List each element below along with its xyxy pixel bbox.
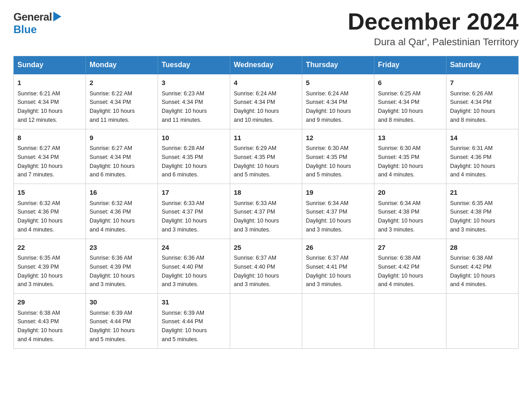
day-info: Sunrise: 6:38 AM Sunset: 4:43 PM Dayligh… (17, 310, 63, 342)
calendar-cell: 20Sunrise: 6:34 AM Sunset: 4:38 PM Dayli… (374, 184, 446, 239)
day-number: 3 (162, 78, 226, 88)
day-number: 29 (17, 297, 82, 308)
day-info: Sunrise: 6:35 AM Sunset: 4:38 PM Dayligh… (450, 200, 495, 233)
calendar-cell: 25Sunrise: 6:37 AM Sunset: 4:40 PM Dayli… (230, 239, 302, 294)
day-info: Sunrise: 6:32 AM Sunset: 4:36 PM Dayligh… (90, 200, 135, 233)
day-info: Sunrise: 6:39 AM Sunset: 4:44 PM Dayligh… (90, 310, 135, 342)
day-info: Sunrise: 6:27 AM Sunset: 4:34 PM Dayligh… (17, 145, 63, 178)
location-title: Dura al Qar', Palestinian Territory (348, 36, 519, 48)
calendar-cell: 27Sunrise: 6:38 AM Sunset: 4:42 PM Dayli… (374, 239, 446, 294)
calendar-cell: 30Sunrise: 6:39 AM Sunset: 4:44 PM Dayli… (86, 294, 158, 349)
day-info: Sunrise: 6:29 AM Sunset: 4:35 PM Dayligh… (234, 145, 279, 178)
calendar-cell: 12Sunrise: 6:30 AM Sunset: 4:35 PM Dayli… (302, 129, 374, 184)
day-number: 22 (17, 243, 82, 253)
day-number: 25 (234, 243, 298, 253)
calendar-table: SundayMondayTuesdayWednesdayThursdayFrid… (13, 56, 519, 349)
day-info: Sunrise: 6:34 AM Sunset: 4:38 PM Dayligh… (378, 200, 423, 233)
logo-general-text: General (13, 11, 52, 23)
day-info: Sunrise: 6:24 AM Sunset: 4:34 PM Dayligh… (306, 90, 351, 123)
calendar-cell: 8Sunrise: 6:27 AM Sunset: 4:34 PM Daylig… (14, 129, 86, 184)
day-number: 31 (162, 297, 226, 308)
calendar-cell: 16Sunrise: 6:32 AM Sunset: 4:36 PM Dayli… (86, 184, 158, 239)
day-number: 2 (90, 78, 154, 88)
calendar-week-5: 29Sunrise: 6:38 AM Sunset: 4:43 PM Dayli… (14, 294, 519, 349)
day-info: Sunrise: 6:23 AM Sunset: 4:34 PM Dayligh… (162, 90, 207, 123)
day-number: 21 (450, 188, 515, 198)
calendar-cell: 4Sunrise: 6:24 AM Sunset: 4:34 PM Daylig… (230, 74, 302, 129)
calendar-cell (374, 294, 446, 349)
day-number: 30 (90, 297, 154, 308)
calendar-header-friday: Friday (374, 56, 446, 74)
calendar-cell: 3Sunrise: 6:23 AM Sunset: 4:34 PM Daylig… (158, 74, 230, 129)
page-header: General Blue December 2024 Dura al Qar',… (13, 9, 519, 48)
day-info: Sunrise: 6:36 AM Sunset: 4:39 PM Dayligh… (90, 255, 135, 287)
calendar-cell: 1Sunrise: 6:21 AM Sunset: 4:34 PM Daylig… (14, 74, 86, 129)
day-number: 14 (450, 133, 515, 143)
day-number: 6 (378, 78, 442, 88)
svg-marker-0 (53, 12, 61, 21)
day-number: 11 (234, 133, 298, 143)
day-info: Sunrise: 6:21 AM Sunset: 4:34 PM Dayligh… (17, 90, 63, 123)
day-info: Sunrise: 6:37 AM Sunset: 4:40 PM Dayligh… (234, 255, 279, 287)
month-title: December 2024 (348, 9, 519, 34)
calendar-header-tuesday: Tuesday (158, 56, 230, 74)
day-number: 17 (162, 188, 226, 198)
calendar-week-4: 22Sunrise: 6:35 AM Sunset: 4:39 PM Dayli… (14, 239, 519, 294)
day-info: Sunrise: 6:39 AM Sunset: 4:44 PM Dayligh… (162, 310, 207, 342)
calendar-week-1: 1Sunrise: 6:21 AM Sunset: 4:34 PM Daylig… (14, 74, 519, 129)
day-number: 20 (378, 188, 442, 198)
day-info: Sunrise: 6:30 AM Sunset: 4:35 PM Dayligh… (306, 145, 351, 178)
day-info: Sunrise: 6:28 AM Sunset: 4:35 PM Dayligh… (162, 145, 207, 178)
day-info: Sunrise: 6:36 AM Sunset: 4:40 PM Dayligh… (162, 255, 207, 287)
calendar-cell: 2Sunrise: 6:22 AM Sunset: 4:34 PM Daylig… (86, 74, 158, 129)
day-info: Sunrise: 6:32 AM Sunset: 4:36 PM Dayligh… (17, 200, 63, 233)
calendar-cell: 18Sunrise: 6:33 AM Sunset: 4:37 PM Dayli… (230, 184, 302, 239)
title-area: December 2024 Dura al Qar', Palestinian … (348, 9, 519, 48)
logo-blue-text: Blue (13, 23, 37, 35)
day-number: 4 (234, 78, 298, 88)
day-number: 18 (234, 188, 298, 198)
day-number: 7 (450, 78, 515, 88)
calendar-header-thursday: Thursday (302, 56, 374, 74)
calendar-cell: 23Sunrise: 6:36 AM Sunset: 4:39 PM Dayli… (86, 239, 158, 294)
day-number: 1 (17, 78, 82, 88)
calendar-cell: 13Sunrise: 6:30 AM Sunset: 4:35 PM Dayli… (374, 129, 446, 184)
calendar-cell: 22Sunrise: 6:35 AM Sunset: 4:39 PM Dayli… (14, 239, 86, 294)
calendar-cell: 31Sunrise: 6:39 AM Sunset: 4:44 PM Dayli… (158, 294, 230, 349)
logo-flag-icon (53, 12, 61, 23)
day-info: Sunrise: 6:30 AM Sunset: 4:35 PM Dayligh… (378, 145, 423, 178)
day-info: Sunrise: 6:24 AM Sunset: 4:34 PM Dayligh… (234, 90, 279, 123)
calendar-cell: 6Sunrise: 6:25 AM Sunset: 4:34 PM Daylig… (374, 74, 446, 129)
day-info: Sunrise: 6:26 AM Sunset: 4:34 PM Dayligh… (450, 90, 495, 123)
calendar-cell: 17Sunrise: 6:33 AM Sunset: 4:37 PM Dayli… (158, 184, 230, 239)
day-info: Sunrise: 6:33 AM Sunset: 4:37 PM Dayligh… (234, 200, 279, 233)
calendar-header-monday: Monday (86, 56, 158, 74)
calendar-header-saturday: Saturday (446, 56, 519, 74)
calendar-cell: 5Sunrise: 6:24 AM Sunset: 4:34 PM Daylig… (302, 74, 374, 129)
calendar-cell: 14Sunrise: 6:31 AM Sunset: 4:36 PM Dayli… (446, 129, 519, 184)
calendar-cell (446, 294, 519, 349)
calendar-cell: 7Sunrise: 6:26 AM Sunset: 4:34 PM Daylig… (446, 74, 519, 129)
calendar-header-wednesday: Wednesday (230, 56, 302, 74)
day-number: 12 (306, 133, 370, 143)
day-number: 8 (17, 133, 82, 143)
calendar-header-sunday: Sunday (14, 56, 86, 74)
day-info: Sunrise: 6:22 AM Sunset: 4:34 PM Dayligh… (90, 90, 135, 123)
day-number: 16 (90, 188, 154, 198)
calendar-cell: 24Sunrise: 6:36 AM Sunset: 4:40 PM Dayli… (158, 239, 230, 294)
day-number: 19 (306, 188, 370, 198)
calendar-cell: 21Sunrise: 6:35 AM Sunset: 4:38 PM Dayli… (446, 184, 519, 239)
calendar-week-3: 15Sunrise: 6:32 AM Sunset: 4:36 PM Dayli… (14, 184, 519, 239)
day-number: 10 (162, 133, 226, 143)
calendar-cell: 19Sunrise: 6:34 AM Sunset: 4:37 PM Dayli… (302, 184, 374, 239)
day-info: Sunrise: 6:34 AM Sunset: 4:37 PM Dayligh… (306, 200, 351, 233)
calendar-cell: 9Sunrise: 6:27 AM Sunset: 4:34 PM Daylig… (86, 129, 158, 184)
day-number: 15 (17, 188, 82, 198)
day-number: 27 (378, 243, 442, 253)
logo: General Blue (13, 9, 61, 36)
day-number: 9 (90, 133, 154, 143)
calendar-cell: 26Sunrise: 6:37 AM Sunset: 4:41 PM Dayli… (302, 239, 374, 294)
calendar-cell: 15Sunrise: 6:32 AM Sunset: 4:36 PM Dayli… (14, 184, 86, 239)
calendar-cell (302, 294, 374, 349)
day-number: 13 (378, 133, 442, 143)
